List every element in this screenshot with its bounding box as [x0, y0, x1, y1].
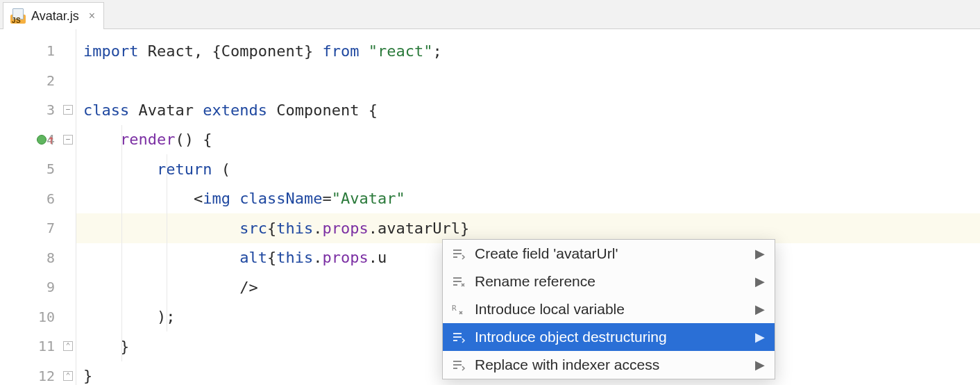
- intention-icon: [451, 329, 466, 345]
- line-number: 2: [47, 72, 55, 89]
- gutter-line[interactable]: 1: [0, 36, 76, 66]
- token-punct: <: [194, 190, 203, 207]
- gutter-line[interactable]: 9: [0, 272, 76, 302]
- code-line[interactable]: <img className="Avatar": [76, 184, 980, 214]
- gutter-line[interactable]: 7: [0, 213, 76, 243]
- token-punct: {: [369, 101, 378, 119]
- token-punct: =: [322, 190, 331, 207]
- intention-icon: [451, 274, 466, 289]
- intention-menu: Create field 'avatarUrl' ▶ Rename refere…: [442, 239, 775, 379]
- menu-item-create-field[interactable]: Create field 'avatarUrl' ▶: [443, 240, 775, 268]
- menu-item-label: Replace with indexer access: [475, 357, 747, 373]
- gutter-line[interactable]: 5: [0, 154, 76, 184]
- token-punct: () {: [175, 131, 212, 148]
- token-punct: , {: [194, 42, 221, 60]
- gutter-line[interactable]: 10: [0, 302, 76, 332]
- menu-item-label: Rename reference: [475, 273, 747, 290]
- line-number: 3: [47, 101, 55, 118]
- menu-item-label: Introduce object destructuring: [475, 329, 747, 345]
- tabbar: Avatar.js ×: [0, 0, 980, 29]
- line-number: 9: [47, 279, 55, 295]
- fold-minus-icon[interactable]: −: [63, 135, 73, 145]
- code-line[interactable]: return (: [76, 154, 980, 184]
- menu-item-label: Create field 'avatarUrl': [475, 245, 747, 262]
- tab-filename: Avatar.js: [31, 9, 79, 24]
- token-space: [359, 42, 368, 60]
- token-string: "react": [369, 42, 433, 60]
- override-marker-icon[interactable]: [37, 135, 47, 145]
- token-string: "Avatar": [332, 190, 405, 207]
- token-punct: .: [369, 220, 378, 237]
- token-tag: img: [203, 190, 230, 207]
- token-punct: {: [267, 249, 276, 266]
- token-identifier: Component: [276, 101, 359, 119]
- js-file-icon: [10, 8, 26, 24]
- token-keyword: return: [157, 161, 212, 178]
- override-arrow-icon: ↑: [47, 132, 55, 147]
- token-attr: src: [239, 220, 267, 237]
- token-identifier: avatarUrl: [378, 220, 460, 237]
- menu-item-replace-indexer[interactable]: Replace with indexer access ▶: [443, 351, 775, 379]
- token-punct: {: [267, 220, 276, 237]
- token-identifier: u: [378, 249, 387, 266]
- token-keyword: extends: [203, 101, 267, 119]
- token-punct: (: [212, 161, 230, 178]
- svg-text:R: R: [452, 304, 457, 313]
- token-keyword: class: [83, 101, 129, 119]
- code-line[interactable]: [76, 66, 980, 96]
- fold-minus-icon[interactable]: −: [63, 105, 73, 115]
- token-identifier: props: [322, 220, 368, 237]
- token-attr: alt: [239, 249, 267, 266]
- code-line[interactable]: render() {: [76, 125, 980, 155]
- gutter-line[interactable]: 2: [0, 66, 76, 96]
- line-number: 12: [38, 368, 55, 384]
- fold-close-icon[interactable]: ⌃: [63, 371, 73, 381]
- gutter-line[interactable]: 11⌃: [0, 331, 76, 361]
- token-punct: .: [313, 220, 322, 237]
- line-number: 5: [47, 161, 55, 177]
- token-punct: ;: [432, 42, 441, 60]
- token-punct: .: [369, 249, 378, 266]
- token-keyword: this: [276, 220, 313, 237]
- token-identifier: props: [322, 249, 368, 266]
- token-keyword: import: [83, 42, 138, 60]
- token-punct: />: [239, 279, 258, 296]
- gutter-line[interactable]: 8: [0, 243, 76, 273]
- gutter-line[interactable]: 12⌃: [0, 361, 76, 386]
- gutter-line[interactable]: 4↑−: [0, 125, 76, 155]
- editor-tab-avatar[interactable]: Avatar.js ×: [3, 2, 104, 29]
- token-identifier: React: [148, 42, 194, 60]
- token-identifier: Component: [221, 42, 304, 60]
- token-punct: }: [83, 367, 92, 384]
- submenu-arrow-icon: ▶: [755, 302, 765, 317]
- token-identifier: Avatar: [138, 101, 193, 119]
- token-punct: }: [304, 42, 323, 60]
- menu-item-rename-reference[interactable]: Rename reference ▶: [443, 268, 775, 295]
- line-number: 10: [38, 309, 55, 325]
- line-number: 8: [47, 249, 55, 266]
- token-keyword: this: [276, 249, 313, 266]
- menu-item-introduce-local[interactable]: R Introduce local variable ▶: [443, 295, 775, 323]
- token-punct: }: [460, 220, 469, 237]
- intention-icon: [451, 246, 466, 261]
- menu-item-introduce-destructuring[interactable]: Introduce object destructuring ▶: [443, 323, 775, 351]
- submenu-arrow-icon: ▶: [755, 246, 765, 261]
- submenu-arrow-icon: ▶: [755, 329, 765, 345]
- token-space: [230, 190, 239, 207]
- token-attr: className: [239, 190, 322, 207]
- refactor-icon: R: [451, 302, 466, 317]
- line-number: 7: [47, 220, 55, 236]
- submenu-arrow-icon: ▶: [755, 357, 765, 372]
- gutter-line[interactable]: 3−: [0, 95, 76, 125]
- token-keyword: from: [322, 42, 359, 60]
- code-line[interactable]: class Avatar extends Component {: [76, 95, 980, 125]
- line-number: 6: [47, 190, 55, 207]
- gutter-line[interactable]: 6: [0, 184, 76, 214]
- submenu-arrow-icon: ▶: [755, 274, 765, 289]
- menu-item-label: Introduce local variable: [475, 301, 747, 318]
- intention-icon: [451, 357, 466, 372]
- token-method: render: [120, 131, 175, 148]
- fold-close-icon[interactable]: ⌃: [63, 341, 73, 351]
- code-line[interactable]: import React, {Component} from "react";: [76, 36, 980, 66]
- close-icon[interactable]: ×: [89, 10, 95, 22]
